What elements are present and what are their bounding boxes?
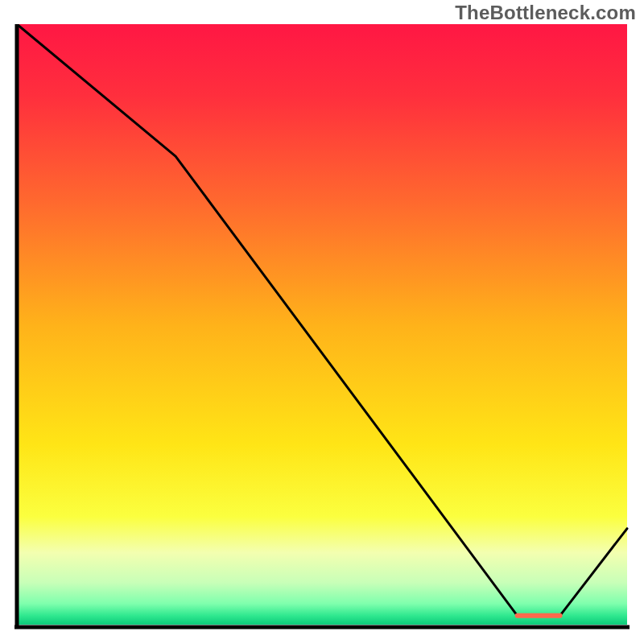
plot-svg <box>14 24 630 630</box>
gradient-background <box>17 24 627 625</box>
chart-container: TheBottleneck.com <box>0 0 644 644</box>
plot-frame <box>14 24 630 630</box>
watermark-text: TheBottleneck.com <box>455 2 636 24</box>
